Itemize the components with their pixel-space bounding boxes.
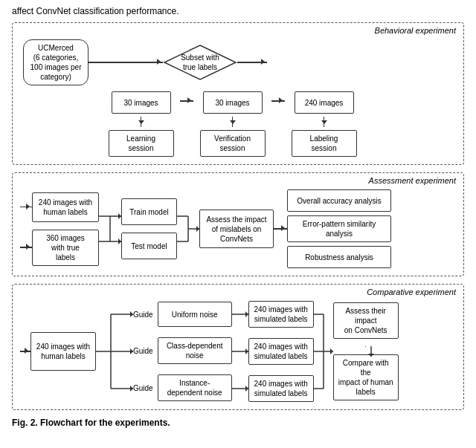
assessment-label: Assessment experiment xyxy=(369,176,456,185)
comparative-section: Comparative experiment 240 images with h… xyxy=(12,284,464,410)
page: affect ConvNet classification performanc… xyxy=(0,0,476,435)
assess-box: Assess the impact of mislabels on ConvNe… xyxy=(199,210,274,248)
guide-branch-svg xyxy=(96,303,133,400)
test-model-box: Test model xyxy=(121,233,177,259)
overall-accuracy-box: Overall accuracy analysis xyxy=(287,189,391,212)
merge-svg-1 xyxy=(177,203,199,255)
sim-labels-3-box: 240 images with simulated labels xyxy=(248,375,314,402)
human-labels-box: 240 images with human labels xyxy=(32,192,99,222)
guide-label-3: Guide xyxy=(133,384,153,392)
svg-marker-34 xyxy=(368,354,374,357)
assessment-section: Assessment experiment 240 images with hu… xyxy=(12,172,464,276)
labeling-box: Labeling session xyxy=(292,130,357,157)
images-30-1-box: 30 images xyxy=(112,91,171,114)
verification-box: Verification session xyxy=(200,130,266,157)
error-pattern-box: Error-pattern similarity analysis xyxy=(287,215,391,242)
compare-box: Compare with the impact of human labels xyxy=(333,354,399,400)
class-dep-box: Class-dependent noise xyxy=(158,337,232,364)
behavioral-label: Behavioral experiment xyxy=(375,26,456,35)
branch-svg-1 xyxy=(99,203,121,255)
fig-caption: Fig. 2. Flowchart for the experiments. xyxy=(12,418,464,428)
true-labels-box: 360 images with true labels xyxy=(32,230,99,266)
images-240-box: 240 images xyxy=(295,91,354,114)
behavioral-section: Behavioral experiment UCMerced (6 catego… xyxy=(12,22,464,165)
guide-label-1: Guide xyxy=(133,311,153,319)
sim-labels-2-box: 240 images with simulated labels xyxy=(248,338,314,365)
robustness-box: Robustness analysis xyxy=(287,246,391,268)
images-30-2-box: 30 images xyxy=(203,91,263,114)
sim-merge-svg xyxy=(314,303,333,400)
intro-text: affect ConvNet classification performanc… xyxy=(12,6,464,16)
assess-impact-box: Assess their impact on ConvNets xyxy=(333,302,399,339)
inst-dep-box: Instance-dependent noise xyxy=(158,374,232,401)
train-model-box: Train model xyxy=(121,198,177,225)
uniform-noise-box: Uniform noise xyxy=(158,302,232,327)
learning-box: Learning session xyxy=(109,130,174,157)
ucmerced-box: UCMerced (6 categories, 100 images per c… xyxy=(23,39,89,85)
subset-diamond: Subset with true labels xyxy=(163,44,237,81)
noise-to-sim-svg xyxy=(232,303,248,400)
guide-label-2: Guide xyxy=(133,347,153,355)
sim-labels-1-box: 240 images with simulated labels xyxy=(248,301,314,328)
comparative-label: Comparative experiment xyxy=(367,288,456,296)
comp-human-labels-box: 240 images with human labels xyxy=(30,332,96,371)
